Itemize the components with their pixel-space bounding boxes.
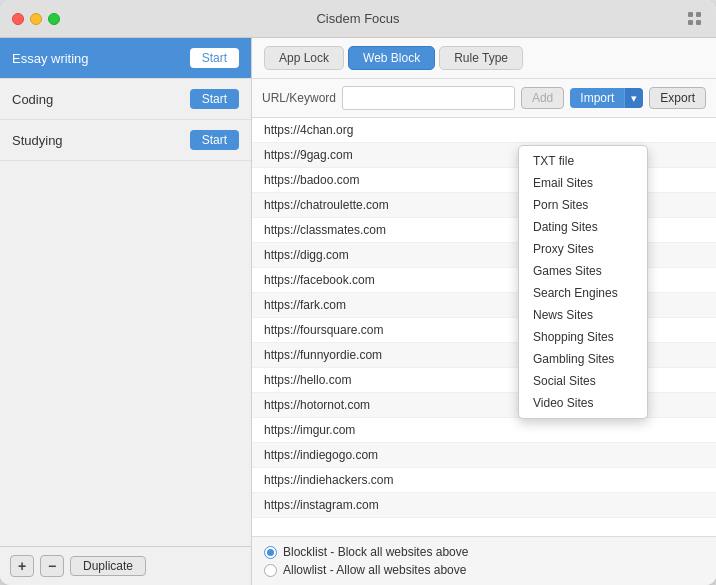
allowlist-label: Allowlist - Allow all websites above xyxy=(283,563,466,577)
sidebar-item-0[interactable]: Essay writing Start xyxy=(0,38,251,79)
url-keyword-label: URL/Keyword xyxy=(262,91,336,105)
duplicate-button[interactable]: Duplicate xyxy=(70,556,146,576)
url-list-item[interactable]: https://4chan.org xyxy=(252,118,716,143)
dropdown-item[interactable]: Dating Sites xyxy=(519,216,647,238)
import-button[interactable]: Import xyxy=(570,88,624,108)
traffic-lights xyxy=(12,13,60,25)
dropdown-item[interactable]: Games Sites xyxy=(519,260,647,282)
sidebar-item-label-0: Essay writing xyxy=(12,51,89,66)
dropdown-item[interactable]: Email Sites xyxy=(519,172,647,194)
url-list-item[interactable]: https://instagram.com xyxy=(252,493,716,518)
tab-rule-type[interactable]: Rule Type xyxy=(439,46,523,70)
allowlist-radio[interactable] xyxy=(264,564,277,577)
tabs-bar: App Lock Web Block Rule Type xyxy=(252,38,716,79)
blocklist-radio[interactable] xyxy=(264,546,277,559)
add-item-button[interactable]: + xyxy=(10,555,34,577)
tab-app-lock[interactable]: App Lock xyxy=(264,46,344,70)
blocklist-row[interactable]: Blocklist - Block all websites above xyxy=(264,545,704,559)
export-button[interactable]: Export xyxy=(649,87,706,109)
dropdown-item[interactable]: Shopping Sites xyxy=(519,326,647,348)
close-button[interactable] xyxy=(12,13,24,25)
window-title: Cisdem Focus xyxy=(316,11,399,26)
url-list-item[interactable]: https://indiegogo.com xyxy=(252,443,716,468)
dropdown-item[interactable]: Gambling Sites xyxy=(519,348,647,370)
allowlist-row[interactable]: Allowlist - Allow all websites above xyxy=(264,563,704,577)
start-button-2[interactable]: Start xyxy=(190,130,239,150)
remove-item-button[interactable]: − xyxy=(40,555,64,577)
app-window: Cisdem Focus Essay writing Start Coding … xyxy=(0,0,716,585)
sidebar-item-label-2: Studying xyxy=(12,133,63,148)
maximize-button[interactable] xyxy=(48,13,60,25)
dropdown-item[interactable]: TXT file xyxy=(519,150,647,172)
tab-web-block[interactable]: Web Block xyxy=(348,46,435,70)
dropdown-item[interactable]: Social Sites xyxy=(519,370,647,392)
start-button-1[interactable]: Start xyxy=(190,89,239,109)
toolbar: URL/Keyword Add Import ▾ Export xyxy=(252,79,716,118)
grid-icon xyxy=(688,12,702,26)
sidebar-list: Essay writing Start Coding Start Studyin… xyxy=(0,38,251,546)
add-url-button[interactable]: Add xyxy=(521,87,564,109)
blocklist-label: Blocklist - Block all websites above xyxy=(283,545,468,559)
main-content: Essay writing Start Coding Start Studyin… xyxy=(0,38,716,585)
dropdown-item[interactable]: Proxy Sites xyxy=(519,238,647,260)
import-group: Import ▾ xyxy=(570,88,643,108)
start-button-0[interactable]: Start xyxy=(190,48,239,68)
dropdown-item[interactable]: News Sites xyxy=(519,304,647,326)
sidebar-item-1[interactable]: Coding Start xyxy=(0,79,251,120)
import-caret-button[interactable]: ▾ xyxy=(624,88,643,108)
right-panel-wrapper: App Lock Web Block Rule Type URL/Keyword… xyxy=(252,38,716,585)
import-dropdown: TXT fileEmail SitesPorn SitesDating Site… xyxy=(518,145,648,419)
url-input[interactable] xyxy=(342,86,515,110)
sidebar: Essay writing Start Coding Start Studyin… xyxy=(0,38,252,585)
sidebar-item-label-1: Coding xyxy=(12,92,53,107)
url-list-item[interactable]: https://indiehackers.com xyxy=(252,468,716,493)
dropdown-item[interactable]: Video Sites xyxy=(519,392,647,414)
url-list-item[interactable]: https://imgur.com xyxy=(252,418,716,443)
bottom-bar: Blocklist - Block all websites above All… xyxy=(252,536,716,585)
sidebar-item-2[interactable]: Studying Start xyxy=(0,120,251,161)
dropdown-item[interactable]: Search Engines xyxy=(519,282,647,304)
minimize-button[interactable] xyxy=(30,13,42,25)
dropdown-item[interactable]: Porn Sites xyxy=(519,194,647,216)
sidebar-footer: + − Duplicate xyxy=(0,546,251,585)
titlebar: Cisdem Focus xyxy=(0,0,716,38)
